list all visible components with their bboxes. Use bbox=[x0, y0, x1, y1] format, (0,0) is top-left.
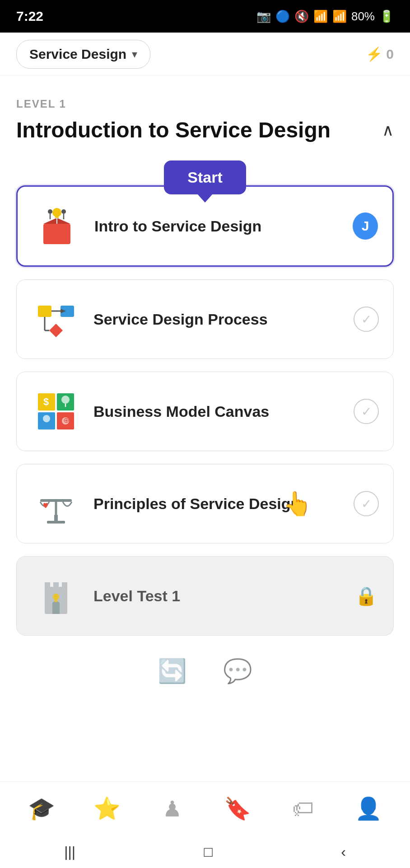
svg-rect-0 bbox=[43, 224, 70, 244]
bluetooth-icon: 🔵 bbox=[275, 9, 290, 24]
signal-icon: 📶 bbox=[332, 9, 347, 24]
main-content: LEVEL 1 Introduction to Service Design ∧… bbox=[0, 76, 410, 762]
nav-item-achievements[interactable]: ⭐ bbox=[75, 796, 140, 821]
battery-icon: 🔋 bbox=[379, 9, 394, 24]
svg-point-5 bbox=[61, 209, 66, 214]
status-time: 7:22 bbox=[16, 9, 43, 24]
nav-item-bookmarks[interactable]: 🔖 bbox=[205, 796, 270, 821]
start-tooltip-container: Start bbox=[16, 160, 394, 194]
chevron-down-icon: ▾ bbox=[132, 48, 137, 61]
svg-rect-31 bbox=[62, 582, 67, 590]
lesson-title-test: Level Test 1 bbox=[93, 587, 354, 605]
android-menu-btn[interactable]: ||| bbox=[64, 844, 75, 860]
lesson-card-principles[interactable]: Principles of Service Design ✓ 👆 bbox=[16, 464, 394, 543]
start-tooltip[interactable]: Start bbox=[164, 160, 246, 194]
lesson-status-canvas: ✓ bbox=[354, 399, 379, 424]
svg-text:⊕: ⊕ bbox=[63, 416, 69, 424]
course-selector-text: Service Design bbox=[29, 47, 126, 62]
leaderboard-icon: ♟ bbox=[163, 796, 182, 821]
header: Service Design ▾ ⚡ 0 bbox=[0, 33, 410, 76]
lesson-title-process: Service Design Process bbox=[93, 311, 354, 328]
svg-marker-11 bbox=[49, 324, 63, 337]
svg-rect-2 bbox=[55, 216, 59, 218]
partial-icon-2: 💬 bbox=[223, 657, 252, 685]
svg-rect-7 bbox=[38, 306, 51, 317]
svg-rect-24 bbox=[54, 515, 58, 522]
learn-icon: 🎓 bbox=[28, 796, 55, 821]
course-selector[interactable]: Service Design ▾ bbox=[16, 40, 150, 69]
lightning-count: 0 bbox=[386, 47, 394, 62]
nav-item-learn[interactable]: 🎓 bbox=[9, 796, 75, 821]
lightning-area: ⚡ 0 bbox=[366, 46, 394, 62]
level-title-row: Introduction to Service Design ∧ bbox=[16, 118, 394, 142]
lightning-icon: ⚡ bbox=[366, 46, 382, 62]
check-circle-canvas: ✓ bbox=[354, 399, 379, 424]
lesson-card-canvas[interactable]: $ ⊕ Business Model Canvas ✓ bbox=[16, 372, 394, 451]
svg-rect-29 bbox=[45, 582, 50, 590]
tags-icon: 🏷 bbox=[292, 796, 314, 821]
lesson-title-principles: Principles of Service Design bbox=[93, 495, 354, 513]
nav-item-profile[interactable]: 👤 bbox=[335, 796, 401, 821]
lesson-icon-principles bbox=[31, 479, 81, 528]
bookmarks-icon: 🔖 bbox=[224, 796, 251, 821]
lesson-title-intro: Intro to Service Design bbox=[94, 217, 353, 235]
status-bar: 7:22 📷 🔵 🔇 📶 📶 80% 🔋 bbox=[0, 0, 410, 33]
profile-icon: 👤 bbox=[355, 796, 382, 821]
check-circle-principles: ✓ bbox=[354, 491, 379, 516]
lesson-icon-process bbox=[31, 294, 81, 344]
svg-text:$: $ bbox=[43, 396, 49, 407]
svg-point-1 bbox=[52, 208, 61, 217]
android-home-btn[interactable]: □ bbox=[204, 844, 212, 860]
mute-icon: 🔇 bbox=[294, 9, 309, 24]
lock-icon: 🔒 bbox=[355, 585, 377, 607]
lesson-status-principles: ✓ bbox=[354, 491, 379, 516]
partial-icons-row: 🔄 💬 bbox=[16, 648, 394, 689]
lesson-title-canvas: Business Model Canvas bbox=[93, 403, 354, 420]
achievements-icon: ⭐ bbox=[93, 796, 121, 821]
svg-rect-33 bbox=[55, 599, 57, 602]
svg-rect-25 bbox=[47, 521, 65, 524]
level-title: Introduction to Service Design bbox=[16, 118, 382, 142]
user-avatar: J bbox=[353, 212, 378, 240]
level-label: LEVEL 1 bbox=[16, 98, 394, 110]
android-back-btn[interactable]: ‹ bbox=[341, 844, 346, 860]
svg-point-21 bbox=[43, 415, 50, 422]
partial-icon-1: 🔄 bbox=[158, 657, 187, 685]
status-icons: 📷 🔵 🔇 📶 📶 80% 🔋 bbox=[256, 9, 394, 24]
start-label: Start bbox=[187, 169, 222, 186]
lesson-status-intro: J bbox=[353, 213, 378, 239]
lesson-icon-canvas: $ ⊕ bbox=[31, 387, 81, 436]
lesson-card-process[interactable]: Service Design Process ✓ bbox=[16, 279, 394, 359]
nav-item-tags[interactable]: 🏷 bbox=[270, 796, 336, 821]
nav-item-leaderboard[interactable]: ♟ bbox=[140, 796, 205, 821]
svg-point-3 bbox=[48, 209, 52, 214]
camera-icon: 📷 bbox=[256, 9, 271, 24]
lesson-icon-test bbox=[31, 571, 81, 621]
check-circle-process: ✓ bbox=[354, 307, 379, 332]
lesson-icon-intro bbox=[32, 201, 82, 251]
svg-point-19 bbox=[61, 396, 70, 404]
collapse-icon[interactable]: ∧ bbox=[382, 121, 394, 140]
lesson-card-test[interactable]: Level Test 1 🔒 bbox=[16, 556, 394, 636]
android-nav: ||| □ ‹ bbox=[0, 835, 410, 868]
wifi-icon: 📶 bbox=[313, 9, 328, 24]
svg-rect-30 bbox=[53, 582, 59, 590]
battery-indicator: 80% bbox=[351, 9, 375, 24]
bottom-nav: 🎓 ⭐ ♟ 🔖 🏷 👤 bbox=[0, 781, 410, 835]
lesson-status-process: ✓ bbox=[354, 307, 379, 332]
lesson-status-test: 🔒 bbox=[354, 583, 379, 609]
